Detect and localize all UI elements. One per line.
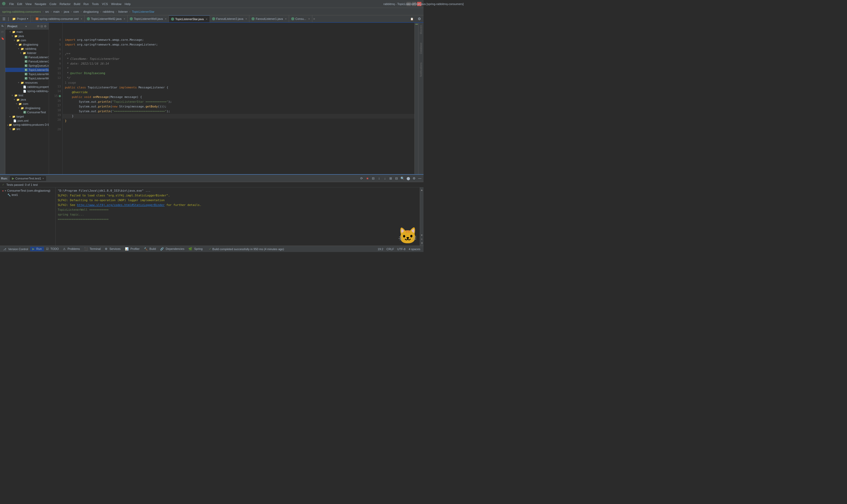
menu-window[interactable]: Window: [110, 2, 123, 6]
tab-fanout1[interactable]: FanoutListener1.java ×: [249, 15, 289, 22]
run-stop-button[interactable]: ■: [365, 176, 370, 181]
tab-fanout2[interactable]: FanoutListener2.java ×: [210, 15, 250, 22]
project-panel-icon[interactable]: P: [1, 25, 4, 27]
tree-target[interactable]: ▸ 📁 target: [5, 114, 49, 119]
tree-spring-xml[interactable]: ▾ 📄 spring-rabbitmq-consumer.xml: [5, 89, 49, 93]
bottom-tab-dependencies[interactable]: 🔗 Dependencies: [158, 247, 186, 251]
run-search-button[interactable]: 🔍: [400, 176, 405, 181]
maven-panel-icon[interactable]: Maven: [419, 25, 422, 34]
tab-consu[interactable]: Consu... ×: [289, 15, 312, 22]
database-panel-icon[interactable]: Database: [419, 42, 422, 54]
tab-fanout1-close[interactable]: ×: [285, 17, 287, 20]
tree-consumertest[interactable]: ▾ C ConsumerTest: [5, 110, 49, 114]
tab-topicwell-close[interactable]: ×: [165, 17, 166, 20]
menu-tools[interactable]: Tools: [90, 2, 100, 6]
more-tabs-button[interactable]: »: [313, 17, 315, 21]
structure-panel-icon[interactable]: S: [1, 31, 4, 33]
menu-build[interactable]: Build: [72, 2, 82, 6]
run-tab-consumertest[interactable]: ▶ ConsumerTest.test1 ×: [10, 176, 46, 181]
tree-dingjiaxiong[interactable]: ▾ 📁 dingjiaxiong: [5, 42, 49, 47]
menu-file[interactable]: File: [8, 2, 16, 6]
run-tab-close[interactable]: ×: [42, 177, 44, 180]
run-minimize-button[interactable]: —: [417, 176, 422, 181]
menu-run[interactable]: Run: [82, 2, 90, 6]
sidebar-dropdown-icon[interactable]: ▾: [25, 25, 27, 28]
menu-edit[interactable]: Edit: [16, 2, 24, 6]
project-dropdown[interactable]: 📁 Project ▾: [10, 15, 31, 22]
tree-resources[interactable]: ▾ 📁 resources: [5, 80, 49, 85]
scroll-extra-1[interactable]: ≡: [421, 238, 423, 240]
notifications-panel-icon[interactable]: Notifications: [419, 62, 422, 77]
tree-topicwell2[interactable]: ▾ C TopicListenerWell2: [5, 76, 49, 80]
bottom-tab-run[interactable]: ▶ Run: [30, 247, 44, 251]
tree-java[interactable]: ▾ 📁 java: [5, 34, 49, 38]
tree-test[interactable]: ▾ 📁 test: [5, 93, 49, 97]
tree-rabbitmq[interactable]: ▾ 📁 rabbitmq: [5, 47, 49, 51]
bottom-tab-versioncontrol[interactable]: ⎇ Version Control: [1, 247, 30, 251]
tab-xml-close[interactable]: ×: [81, 17, 82, 20]
menu-view[interactable]: View: [24, 2, 33, 6]
tree-com[interactable]: ▾ 📁 com: [5, 38, 49, 42]
run-scrollbar[interactable]: ▲ ▼ ≡ ⬆: [420, 187, 424, 246]
code-text[interactable]: import org.springframework.amqp.core.Mes…: [63, 23, 418, 174]
run-scroll-button[interactable]: ↓: [382, 176, 388, 181]
tree-producers-src[interactable]: ▾ 📁 src: [5, 127, 49, 131]
tree-topicstar[interactable]: ▾ C TopicListenerStar: [5, 68, 49, 72]
sidebar-toggle-button[interactable]: ☰: [1, 16, 7, 22]
menu-code[interactable]: Code: [48, 2, 58, 6]
scroll-down-icon[interactable]: ▼: [420, 234, 423, 237]
tree-pom[interactable]: ▾ 📄 pom.xml: [5, 119, 49, 123]
run-sort-button[interactable]: ↕: [376, 176, 382, 181]
menu-navigate[interactable]: Navigate: [33, 2, 48, 6]
recent-files-button[interactable]: 📋: [409, 16, 415, 22]
editor-scrollbar-panel[interactable]: [415, 23, 418, 174]
bottom-tab-problems[interactable]: ⚠ Problems: [61, 247, 82, 251]
bottom-tab-profiler[interactable]: 📊 Profiler: [123, 247, 142, 251]
tab-fanout2-close[interactable]: ×: [245, 17, 247, 20]
bottom-tab-todo[interactable]: ☑ TODO: [44, 247, 61, 251]
test-tree-consumertest[interactable]: ● ▾ ConsumerTest (com.dingjiaxiong): [1, 188, 54, 193]
tree-test-dingjiaxiong[interactable]: ▾ 📁 dingjiaxiong: [5, 106, 49, 110]
run-collapse-button[interactable]: ⊟: [394, 176, 399, 181]
encoding[interactable]: UTF-8: [397, 248, 406, 251]
tree-fanout2[interactable]: ▾ C FanoutListener2: [5, 59, 49, 64]
menu-refactor[interactable]: Refactor: [58, 2, 72, 6]
bottom-tab-services[interactable]: ⚙ Services: [103, 247, 123, 251]
bookmark-panel-icon[interactable]: 🔖: [1, 37, 4, 40]
run-rerun-button[interactable]: ⟳: [359, 176, 364, 181]
tree-fanout1[interactable]: ▾ C FanoutListener1: [5, 55, 49, 59]
tree-springqueue[interactable]: ▾ C SpringQueueListener: [5, 64, 49, 68]
tree-rabbitmq-properties[interactable]: ▾ 📄 rabbitmq.properties: [5, 85, 49, 89]
tree-producers[interactable]: ▸ 📁 spring-rabbitmq-producers D:\DingJia…: [5, 123, 49, 127]
bottom-tab-build[interactable]: 🔨 Build: [142, 247, 158, 251]
run-output[interactable]: "D:\Program Files\Java\jdk1.8.0_333\bin\…: [56, 187, 420, 246]
tree-main[interactable]: ▾ 📁 main: [5, 30, 49, 34]
menu-help[interactable]: Help: [123, 2, 132, 6]
output-slf4j-link[interactable]: http://www.slf4j.org/codes.html#StaticLo…: [77, 203, 165, 207]
scroll-up-icon[interactable]: ▲: [420, 188, 423, 192]
tree-listener[interactable]: ▾ 📁 listener: [5, 51, 49, 55]
tab-consu-close[interactable]: ×: [308, 17, 310, 20]
test-tree-test1[interactable]: 🔧 test1: [1, 193, 54, 197]
menu-vcs[interactable]: VCS: [100, 2, 110, 6]
run-settings-button[interactable]: ⚙: [411, 176, 417, 181]
line-ending[interactable]: CRLF: [386, 248, 394, 251]
sidebar-collapse-icon[interactable]: ⊟: [40, 24, 43, 28]
bottom-tab-spring[interactable]: 🌿 Spring: [186, 247, 204, 251]
tree-test-java[interactable]: ▾ 📁 java: [5, 97, 49, 102]
bottom-tab-terminal[interactable]: ⬛ Terminal: [82, 247, 103, 251]
tab-topicwell[interactable]: TopicListenerWell.java ×: [128, 15, 169, 22]
run-diff-button[interactable]: ⬤: [406, 176, 411, 181]
code-editor[interactable]: 456789101112 1314151617181920 28 import …: [49, 23, 418, 174]
sidebar-settings-icon[interactable]: ⚙: [44, 24, 47, 28]
tab-xml[interactable]: spring-rabbitmq-consumer.xml ×: [34, 15, 85, 22]
tab-topicstar[interactable]: TopicListenerStar.java ×: [169, 15, 210, 22]
tab-topicwell2-close[interactable]: ×: [124, 17, 125, 20]
tab-topicstar-close[interactable]: ×: [206, 18, 208, 21]
indent[interactable]: 4 spaces: [409, 248, 420, 251]
sidebar-sync-icon[interactable]: ⟳: [37, 24, 39, 28]
scroll-extra-2[interactable]: ⬆: [421, 242, 423, 245]
run-expand-button[interactable]: ⊞: [388, 176, 393, 181]
tree-test-com[interactable]: ▾ 📁 com: [5, 102, 49, 106]
tab-topicwell2[interactable]: TopicListenerWell2.java ×: [85, 15, 128, 22]
